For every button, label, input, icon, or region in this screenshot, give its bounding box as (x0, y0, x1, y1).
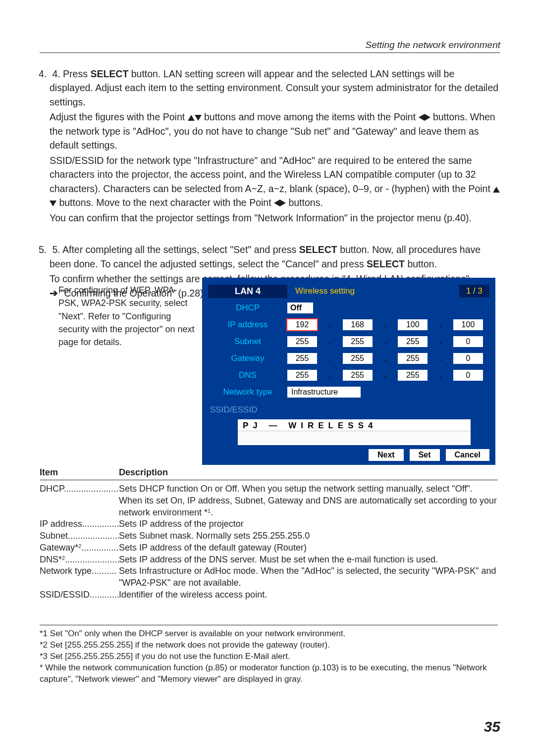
subnet-octet-1[interactable]: 255 (287, 336, 317, 347)
triangle-left-icon (419, 114, 425, 121)
triangle-left-icon (274, 200, 280, 206)
step4-line3-c: buttons. (288, 197, 322, 208)
dhcp-label: DHCP (208, 303, 287, 313)
panel-page-indicator: 1 / 3 (459, 285, 489, 298)
triangle-down-icon (195, 115, 202, 121)
page-header: Setting the network environment (40, 40, 500, 53)
item-description: Sets Subnet mask. Normally sets 255.255.… (119, 530, 498, 542)
wireless-setting-panel: LAN 4 Wireless setting 1 / 3 DHCP Off IP… (202, 278, 495, 465)
step4-text-a: 4. Press (52, 68, 90, 79)
dns-octet-4[interactable]: 0 (453, 370, 483, 381)
item-description: Sets DHCP function On or Off. When you s… (119, 483, 498, 518)
item-name: IP address................. (40, 518, 119, 530)
gateway-octet-2[interactable]: 255 (343, 353, 373, 364)
triangle-down-icon (50, 201, 56, 206)
panel-header: Wireless setting (287, 286, 459, 296)
step5-text-a: 5. After completing all the settings, se… (52, 244, 299, 255)
ssid-label: SSID/ESSID (208, 405, 269, 415)
cancel-button[interactable]: Cancel (446, 449, 489, 461)
gateway-label: Gateway (208, 353, 287, 363)
item-description: Sets IP address of the DNS server. Must … (119, 554, 498, 566)
subnet-octet-2[interactable]: 255 (343, 336, 373, 347)
step5-text-e: button. (405, 258, 437, 269)
table-row: DNS*2..........................Sets IP a… (40, 554, 498, 566)
subnet-octet-4[interactable]: 0 (453, 336, 483, 347)
section-title: Setting the network environment (366, 40, 501, 50)
item-name: Gateway*2.................. (40, 542, 119, 554)
step4-line2-a: Adjust the figures with the Point (50, 111, 188, 122)
dns-octet-1[interactable]: 255 (287, 370, 317, 381)
step4-line3: SSID/ESSID for the network type "Infrast… (50, 155, 493, 194)
step4-line2-b: buttons and move among the items with th… (204, 111, 419, 122)
set-button[interactable]: Set (410, 449, 440, 461)
dhcp-value[interactable]: Off (287, 302, 313, 313)
subnet-octet-3[interactable]: 255 (398, 336, 428, 347)
ip-address-row: 192. 168. 100. 100 (287, 319, 483, 330)
gateway-row: 255. 255. 255. 0 (287, 353, 483, 364)
table-row: DHCP...........................Sets DHCP… (40, 483, 498, 518)
ssid-input-box[interactable]: PJ — WIRELESS4 (238, 419, 471, 445)
dns-label: DNS (208, 370, 287, 380)
item-description: Sets IP address of the default gateway (… (119, 542, 498, 554)
step-5-number: 5. (39, 243, 50, 256)
ssid-grid (238, 431, 471, 443)
network-type-value[interactable]: Infrastructure (287, 387, 361, 398)
step4-line4: You can confirm that the projector setti… (50, 211, 500, 225)
item-description-table: Item Description DHCP...................… (40, 467, 498, 601)
item-description: Identifier of the wireless access point. (119, 589, 498, 601)
table-row: SSID/ESSID..................Identifier o… (40, 589, 498, 601)
network-type-label: Network type (208, 387, 287, 397)
item-name: DHCP........................... (40, 483, 119, 495)
table-row: IP address.................Sets IP addre… (40, 518, 498, 530)
subnet-label: Subnet (208, 337, 287, 347)
footnote-3: *3 Set [255.255.255.255] if you do not u… (40, 651, 498, 662)
select-keyword: SELECT (367, 258, 405, 269)
item-description: Sets Infrastructure or AdHoc mode. When … (119, 565, 498, 589)
next-button[interactable]: Next (369, 449, 404, 461)
th-description: Description (119, 467, 498, 478)
ip-octet-2[interactable]: 168 (343, 319, 373, 330)
ip-octet-1[interactable]: 192 (287, 319, 317, 330)
triangle-up-icon (188, 115, 195, 121)
table-row: Gateway*2..................Sets IP addre… (40, 542, 498, 554)
triangle-right-icon (280, 200, 286, 206)
gateway-octet-3[interactable]: 255 (398, 353, 428, 364)
item-description: Sets IP address of the projector (119, 518, 498, 530)
item-name: Network type.......... (40, 565, 119, 577)
arrow-right-icon: ➔ (50, 288, 58, 299)
dns-row: 255. 255. 255. 0 (287, 370, 483, 381)
step-4-number: 4. (39, 67, 50, 81)
th-item: Item (40, 467, 119, 478)
security-side-note: For configuring of WEP, WPA-PSK, WPA2-PS… (58, 284, 197, 349)
dns-octet-2[interactable]: 255 (343, 370, 373, 381)
footnote-2: *2 Set [255.255.255.255] if the network … (40, 640, 498, 651)
ip-label: IP address (208, 320, 287, 330)
ip-octet-4[interactable]: 100 (453, 319, 483, 330)
step-4-block: 4. 4. Press SELECT button. LAN setting s… (50, 67, 500, 225)
step4-line3-b: buttons. Move to the next character with… (59, 197, 274, 208)
ssid-value: PJ — WIRELESS4 (238, 419, 471, 431)
subnet-row: 255. 255. 255. 0 (287, 336, 483, 347)
triangle-right-icon (425, 114, 430, 121)
triangle-up-icon (493, 187, 500, 193)
footnote-1: *1 Set "On" only when the DHCP server is… (40, 628, 498, 640)
footnotes: *1 Set "On" only when the DHCP server is… (40, 625, 498, 685)
dns-octet-3[interactable]: 255 (398, 370, 428, 381)
item-name: SSID/ESSID.................. (40, 589, 119, 601)
table-row: Network type..........Sets Infrastructur… (40, 565, 498, 589)
select-keyword: SELECT (90, 68, 128, 79)
footnote-4: * While the network communication functi… (40, 662, 498, 685)
table-row: Subnet.......................Sets Subnet… (40, 530, 498, 542)
gateway-octet-4[interactable]: 0 (453, 353, 483, 364)
gateway-octet-1[interactable]: 255 (287, 353, 317, 364)
ip-octet-3[interactable]: 100 (398, 319, 428, 330)
item-name: DNS*2.......................... (40, 554, 119, 566)
page-number: 35 (484, 718, 500, 735)
lan-title: LAN 4 (208, 285, 287, 298)
item-name: Subnet....................... (40, 530, 119, 542)
select-keyword: SELECT (299, 244, 337, 255)
